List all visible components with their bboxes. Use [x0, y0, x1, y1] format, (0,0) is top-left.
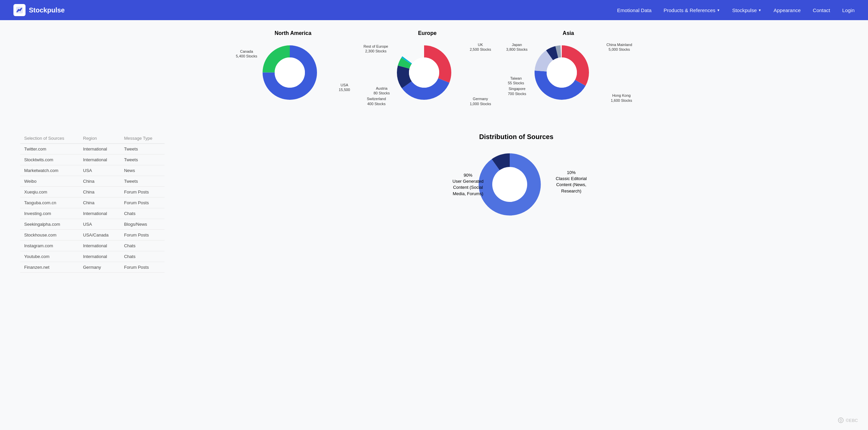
logo-icon: [13, 4, 26, 16]
cell-type: Forum Posts: [120, 197, 164, 208]
asia-chart-area: Japan3,800 Stocks China Mainland5,000 St…: [505, 39, 632, 113]
chevron-down-icon: ▼: [758, 8, 762, 12]
hong-kong-label: Hong Kong1,600 Stocks: [611, 93, 632, 103]
charts-row: North America Canada5,400 Stocks USA15,5…: [20, 30, 848, 113]
cell-type: Tweets: [120, 176, 164, 187]
watermark: ©EBC: [838, 417, 858, 423]
canada-label: Canada5,400 Stocks: [236, 49, 257, 59]
ugc-label: 90%User GeneratedContent (SocialMedia, F…: [453, 172, 484, 197]
asia-chart: Asia Japan3,800 Stocks China: [505, 30, 632, 113]
cell-region: International: [79, 241, 120, 251]
rest-of-europe-label: Rest of Europe2,300 Stocks: [364, 44, 388, 54]
germany-label: Germany1,000 Stocks: [470, 96, 491, 106]
chevron-down-icon: ▼: [717, 8, 720, 12]
table-body: Twitter.comInternationalTweetsStocktwits…: [20, 144, 164, 273]
stockpulse-icon: [16, 6, 24, 14]
north-america-title: North America: [275, 30, 312, 36]
table-row: Marketwatch.comUSANews: [20, 165, 164, 176]
cell-type: News: [120, 165, 164, 176]
north-america-chart-area: Canada5,400 Stocks USA15,500: [236, 39, 350, 113]
cell-region: International: [79, 208, 120, 219]
switzerland-label: Switzerland400 Stocks: [367, 96, 386, 106]
nav-appearance[interactable]: Appearance: [774, 7, 801, 13]
table-row: Seekingalpha.comUSABlogs/News: [20, 219, 164, 230]
europe-chart: Europe Rest of Europe2,300 Stocks: [364, 30, 491, 113]
svg-point-5: [275, 57, 305, 88]
cell-type: Tweets: [120, 155, 164, 165]
col-type: Message Type: [120, 133, 164, 144]
cell-source: Marketwatch.com: [20, 165, 79, 176]
cell-region: Germany: [79, 262, 120, 273]
table-row: WeiboChinaTweets: [20, 176, 164, 187]
nav-emotional-data[interactable]: Emotional Data: [617, 7, 652, 13]
cell-type: Chats: [120, 241, 164, 251]
svg-point-17: [547, 57, 577, 88]
cell-source: Xueqiu.com: [20, 187, 79, 197]
china-mainland-label: China Mainland5,000 Stocks: [607, 42, 632, 52]
cell-type: Chats: [120, 208, 164, 219]
sources-table-container: Selection of Sources Region Message Type…: [20, 133, 164, 273]
nav-products-references[interactable]: Products & References ▼: [663, 7, 720, 13]
editorial-label: 10%Classic EditorialContent (News,Resear…: [556, 170, 587, 194]
europe-title: Europe: [418, 30, 436, 36]
distribution-section: Distribution of Sources 90%User Generate…: [185, 133, 848, 221]
table-row: Taoguba.com.cnChinaForum Posts: [20, 197, 164, 208]
cell-source: Stocktwits.com: [20, 155, 79, 165]
cell-source: Youtube.com: [20, 251, 79, 262]
japan-label: Japan3,800 Stocks: [506, 42, 528, 52]
distribution-chart-wrapper: 90%User GeneratedContent (SocialMedia, F…: [456, 148, 577, 221]
logo[interactable]: Stockpulse: [13, 4, 65, 16]
nav-login[interactable]: Login: [842, 7, 855, 13]
asia-title: Asia: [563, 30, 574, 36]
nav-stockpulse[interactable]: Stockpulse ▼: [732, 7, 761, 13]
cell-source: Seekingalpha.com: [20, 219, 79, 230]
table-row: Investing.comInternationalChats: [20, 208, 164, 219]
north-america-chart: North America Canada5,400 Stocks USA15,5…: [236, 30, 350, 113]
main-content: North America Canada5,400 Stocks USA15,5…: [0, 20, 868, 283]
cell-region: International: [79, 251, 120, 262]
singapore-label: Singapore700 Stocks: [508, 86, 526, 96]
navigation: Stockpulse Emotional Data Products & Ref…: [0, 0, 868, 20]
europe-svg: [394, 42, 454, 103]
col-source: Selection of Sources: [20, 133, 79, 144]
table-row: Youtube.comInternationalChats: [20, 251, 164, 262]
cell-source: Weibo: [20, 176, 79, 187]
distribution-title: Distribution of Sources: [479, 133, 553, 141]
cell-region: International: [79, 155, 120, 165]
cell-source: Taoguba.com.cn: [20, 197, 79, 208]
cell-region: USA: [79, 165, 120, 176]
table-row: Stockhouse.comUSA/CanadaForum Posts: [20, 230, 164, 241]
cell-source: Stockhouse.com: [20, 230, 79, 241]
col-region: Region: [79, 133, 120, 144]
table-header-row: Selection of Sources Region Message Type: [20, 133, 164, 144]
table-row: Xueqiu.comChinaForum Posts: [20, 187, 164, 197]
cell-region: International: [79, 144, 120, 155]
table-row: Instagram.comInternationalChats: [20, 241, 164, 251]
cell-type: Blogs/News: [120, 219, 164, 230]
taiwan-label: Taiwan55 Stocks: [508, 76, 524, 86]
cell-source: Instagram.com: [20, 241, 79, 251]
bottom-section: Selection of Sources Region Message Type…: [20, 133, 848, 273]
cell-source: Twitter.com: [20, 144, 79, 155]
svg-point-20: [492, 167, 527, 202]
austria-label: Austria80 Stocks: [374, 86, 390, 96]
cell-type: Forum Posts: [120, 187, 164, 197]
nav-contact[interactable]: Contact: [813, 7, 830, 13]
cell-type: Forum Posts: [120, 230, 164, 241]
cell-region: China: [79, 197, 120, 208]
uk-label: UK2,500 Stocks: [470, 42, 491, 52]
cell-region: China: [79, 176, 120, 187]
cell-type: Tweets: [120, 144, 164, 155]
logo-text: Stockpulse: [29, 6, 65, 14]
usa-label: USA15,500: [339, 83, 350, 92]
sources-table: Selection of Sources Region Message Type…: [20, 133, 164, 273]
asia-svg: [531, 42, 592, 103]
watermark-icon: [838, 417, 844, 423]
cell-type: Chats: [120, 251, 164, 262]
north-america-svg: [259, 42, 320, 103]
table-row: Twitter.comInternationalTweets: [20, 144, 164, 155]
distribution-svg: [476, 151, 543, 218]
cell-type: Forum Posts: [120, 262, 164, 273]
cell-region: China: [79, 187, 120, 197]
europe-chart-area: Rest of Europe2,300 Stocks UK2,500 Stock…: [364, 39, 491, 113]
